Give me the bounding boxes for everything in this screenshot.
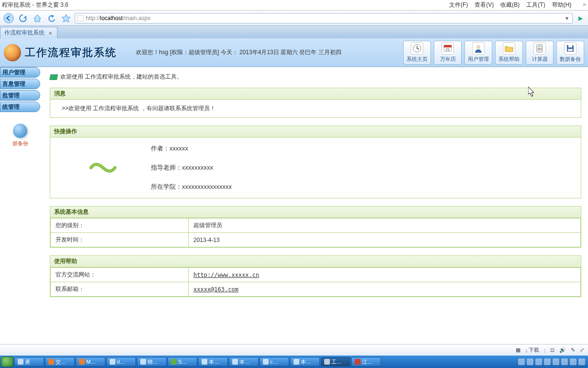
menu-overflow-icon[interactable]: » bbox=[583, 1, 586, 9]
status-fullscreen-icon[interactable]: ⤢ bbox=[580, 347, 584, 353]
tab-close-button[interactable]: ✕ bbox=[48, 31, 53, 35]
tray-icon[interactable] bbox=[578, 358, 585, 365]
table-row: 官方交流网站：http://www.xxxxx.cn bbox=[51, 268, 581, 282]
svg-point-5 bbox=[476, 45, 480, 49]
taskbar-item[interactable]: S… bbox=[168, 357, 197, 367]
svg-rect-11 bbox=[538, 49, 539, 50]
banner-buttons: 系统主页 21万年历 用户管理 系统帮助 计算器 数据备份 bbox=[403, 41, 584, 65]
status-popup-icon[interactable]: ▦ bbox=[516, 347, 520, 353]
status-tool-icon[interactable]: ✎ bbox=[571, 347, 575, 353]
taskbar-item[interactable]: 本… bbox=[229, 357, 259, 367]
panel-quick: 快捷操作 作者：xxxxxx 指导老师：xxxxxxxxxx 所在学院：xxxx… bbox=[50, 126, 581, 198]
sidebar-item-approval[interactable]: 批管理 bbox=[0, 90, 40, 101]
sidebar-item-users[interactable]: 用户管理 bbox=[0, 67, 40, 78]
nav-toolbar: http://localhost/main.aspx ▾ ▶ bbox=[0, 11, 588, 26]
menu-view[interactable]: 查看(V) bbox=[475, 1, 494, 9]
svg-rect-13 bbox=[541, 49, 542, 50]
btn-user-manage[interactable]: 用户管理 bbox=[464, 41, 492, 65]
svg-rect-14 bbox=[568, 45, 572, 47]
nav-undo-button[interactable] bbox=[46, 12, 57, 24]
tray-icon[interactable] bbox=[553, 358, 559, 365]
folder-icon bbox=[503, 42, 515, 55]
taskbar-item[interactable]: 本… bbox=[198, 357, 228, 367]
sysinfo-table: 您的级别：超级管理员 开发时间：2013-4-13 bbox=[50, 218, 581, 247]
tray-icon[interactable] bbox=[527, 358, 533, 365]
menu-tools[interactable]: 工具(T) bbox=[526, 1, 545, 9]
nav-back-button[interactable] bbox=[3, 12, 14, 24]
btn-calculator[interactable]: 计算器 bbox=[526, 41, 554, 65]
taskbar-item[interactable]: 工… bbox=[321, 357, 351, 367]
calculator-icon bbox=[533, 42, 546, 55]
app-logo-icon bbox=[4, 44, 21, 61]
svg-rect-7 bbox=[538, 46, 542, 47]
menu-file[interactable]: 文件(F) bbox=[449, 1, 468, 9]
nav-favorite-button[interactable] bbox=[60, 12, 72, 24]
tray-icon[interactable] bbox=[561, 358, 568, 365]
nav-home-button[interactable] bbox=[32, 12, 43, 24]
svg-rect-12 bbox=[539, 49, 540, 50]
taskbar-item[interactable]: 猫… bbox=[137, 357, 167, 367]
taskbar-item[interactable]: c… bbox=[260, 357, 289, 367]
btn-calendar[interactable]: 21万年历 bbox=[434, 41, 462, 65]
window-title: 程审批系统 - 世界之窗 3.6 bbox=[2, 1, 68, 9]
sidebar-item-messages[interactable]: 言息管理 bbox=[0, 79, 40, 89]
svg-rect-8 bbox=[538, 48, 539, 49]
menu-favorites[interactable]: 收藏(B) bbox=[500, 1, 520, 9]
backup-icon bbox=[13, 124, 27, 138]
taskbar-item[interactable]: M… bbox=[76, 357, 105, 367]
welcome-message: 欢迎使用 工作流程审批系统，建站的首选工具。 bbox=[60, 73, 182, 81]
tray-icon[interactable] bbox=[544, 358, 551, 365]
tray-icon[interactable] bbox=[570, 358, 577, 365]
main-area: 用户管理 言息管理 批管理 统管理 据备份 欢迎使用 工作流程审批系统，建站的首… bbox=[0, 67, 588, 344]
sidebar-backup[interactable]: 据备份 bbox=[0, 124, 40, 147]
svg-point-0 bbox=[4, 13, 13, 23]
status-zoom-icon[interactable]: ⊡ bbox=[550, 347, 554, 353]
menu-help[interactable]: 帮助(H) bbox=[552, 1, 572, 9]
status-download[interactable]: ↓ 下载 bbox=[525, 346, 540, 354]
app-title: 工作流程审批系统 bbox=[25, 46, 117, 60]
status-sound-icon[interactable]: 🔊 bbox=[559, 347, 566, 353]
help-site-link[interactable]: http://www.xxxxx.cn bbox=[193, 272, 259, 278]
nav-refresh-button[interactable] bbox=[17, 12, 29, 24]
sidebar-item-system[interactable]: 统管理 bbox=[0, 102, 40, 112]
panel-help: 使用帮助 官方交流网站：http://www.xxxxx.cn 联系邮箱：xxx… bbox=[50, 255, 581, 297]
tray-icon[interactable] bbox=[518, 358, 525, 365]
sidebar: 用户管理 言息管理 批管理 统管理 据备份 bbox=[0, 67, 40, 344]
start-button[interactable] bbox=[1, 356, 13, 367]
svg-rect-10 bbox=[541, 48, 542, 49]
taskbar-item[interactable]: 江… bbox=[351, 357, 381, 367]
quick-info: 作者：xxxxxx 指导老师：xxxxxxxxxx 所在学院：xxxxxxxxx… bbox=[151, 144, 232, 191]
help-table: 官方交流网站：http://www.xxxxx.cn 联系邮箱：xxxxx@16… bbox=[50, 267, 581, 297]
browser-tab[interactable]: 作流程审批系统 ✕ bbox=[0, 27, 57, 38]
btn-system-help[interactable]: 系统帮助 bbox=[495, 41, 523, 65]
window-titlebar: 程审批系统 - 世界之窗 3.6 文件(F) 查看(V) 收藏(B) 工具(T)… bbox=[0, 0, 588, 11]
taskbar-item[interactable]: 本… bbox=[290, 357, 320, 367]
taskbar-item[interactable]: 勇 bbox=[14, 357, 44, 367]
welcome-text: 欢迎您！hsg [权限：超级管理员] 今天： 2013年4月13日 星期六 癸巳… bbox=[136, 48, 341, 57]
panel-sysinfo: 系统基本信息 您的级别：超级管理员 开发时间：2013-4-13 bbox=[50, 206, 581, 248]
btn-data-backup[interactable]: 数据备份 bbox=[556, 41, 584, 65]
svg-text:21: 21 bbox=[446, 47, 450, 52]
help-mail-link[interactable]: xxxxx@163.com bbox=[193, 286, 238, 293]
welcome-icon bbox=[49, 74, 58, 80]
nav-go-button[interactable]: ▶ bbox=[576, 15, 585, 22]
taskbar-item[interactable]: d… bbox=[106, 357, 136, 367]
content-area: 欢迎使用 工作流程审批系统，建站的首选工具。 消息 >>欢迎使用 工作流程审批系… bbox=[40, 67, 588, 344]
panel-quick-title: 快捷操作 bbox=[50, 126, 581, 138]
svg-rect-9 bbox=[539, 48, 540, 49]
table-row: 您的级别：超级管理员 bbox=[51, 218, 581, 233]
table-row: 联系邮箱：xxxxx@163.com bbox=[51, 282, 581, 297]
tray-icon[interactable] bbox=[535, 358, 542, 365]
menu-bar: 文件(F) 查看(V) 收藏(B) 工具(T) 帮助(H) » bbox=[449, 1, 586, 9]
panel-messages: 消息 >>欢迎使用 工作流程审批系统 ，有问题请联系系统管理员！ bbox=[50, 88, 581, 118]
url-bar[interactable]: http://localhost/main.aspx ▾ bbox=[75, 13, 573, 23]
panel-messages-title: 消息 bbox=[50, 88, 581, 100]
taskbar-item[interactable]: 交… bbox=[45, 357, 75, 367]
btn-system-home[interactable]: 系统主页 bbox=[403, 41, 431, 65]
panel-messages-body: >>欢迎使用 工作流程审批系统 ，有问题请联系系统管理员！ bbox=[50, 100, 581, 117]
sidebar-backup-label: 据备份 bbox=[0, 140, 40, 147]
page-icon bbox=[77, 15, 84, 22]
url-text: http://localhost/main.aspx bbox=[86, 15, 150, 22]
url-dropdown-icon[interactable]: ▾ bbox=[564, 15, 570, 22]
welcome-line: 欢迎使用 工作流程审批系统，建站的首选工具。 bbox=[50, 73, 581, 81]
